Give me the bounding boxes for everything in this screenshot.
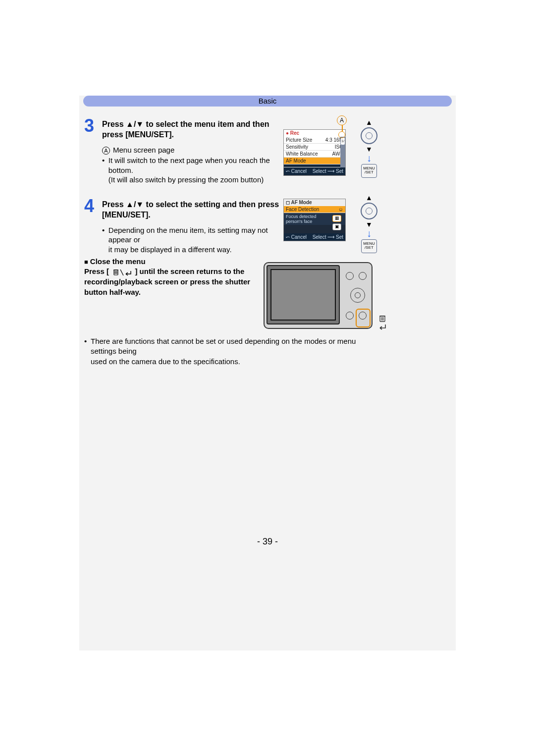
- close-line1-b: ] until the screen returns to the: [135, 267, 244, 275]
- menu1-footer-right: Select ⟶ Set: [313, 168, 343, 174]
- nav-down-icon: ▼: [356, 145, 382, 153]
- section-header-bar: Basic: [83, 96, 452, 107]
- step-4-number: 4: [84, 196, 94, 216]
- option-spot-af-icon: ▣: [332, 223, 341, 230]
- nav-ring-inner: [366, 208, 373, 215]
- menu1-row-1: SensitivityISO: [284, 144, 345, 151]
- menu2-option-icons: ▦ ▣: [332, 215, 343, 230]
- close-heading: ■Close the menu: [84, 257, 263, 267]
- trash-icon: [377, 314, 387, 324]
- bullet-dot: •: [84, 336, 91, 367]
- step-4-body: Press ▲/▼ to select the setting and then…: [102, 200, 285, 254]
- camera-body-diagram: [264, 262, 373, 329]
- menu1-row1-label: Sensitivity: [286, 144, 308, 150]
- circled-a-icon: A: [102, 147, 110, 155]
- menu1-header: ● Rec: [284, 130, 345, 137]
- step-3-title: Press ▲/▼ to select the menu item and th…: [102, 119, 280, 140]
- step-4-bullet: • Depending on the menu item, its settin…: [102, 225, 285, 255]
- step-4-bullet-text: Depending on the menu item, its setting …: [108, 225, 285, 255]
- menu1-footer-left: Cancel: [291, 168, 307, 174]
- menu-screenshot-afmode: ◻ AF Mode Face Detection☺ Focus detected…: [283, 199, 346, 241]
- page-background: Basic 3 Press ▲/▼ to select the menu ite…: [79, 96, 456, 650]
- callout-a-circle: A: [337, 115, 347, 125]
- arrow-down-blue-icon: ↓: [356, 228, 382, 238]
- callout-a-target: [338, 131, 345, 138]
- menu1-scrollbar: 1/: [340, 137, 345, 167]
- up-down-arrows-icon: ▲/▼: [126, 120, 144, 128]
- face-detect-icon: ☺: [338, 207, 343, 212]
- menu1-row-2: White BalanceAWB: [284, 151, 345, 158]
- navpad-diagram-2: ▲ ▼ ↓ MENU/SET: [356, 194, 382, 254]
- step-3-bullet: • It will switch to the next page when y…: [102, 156, 280, 185]
- menu1-row-0: Picture Size4:3 16M: [284, 137, 345, 144]
- menu-screenshot-rec: ● Rec Picture Size4:3 16M SensitivityISO…: [283, 129, 346, 176]
- menu2-footer-left: Cancel: [291, 234, 307, 240]
- step-3-bullet-line1: It will switch to the next page when you…: [108, 156, 270, 174]
- step-3-title-a: Press: [102, 120, 126, 128]
- camera-button-bot1: [346, 312, 354, 320]
- step-4-details: • Depending on the menu item, its settin…: [102, 225, 285, 255]
- annotation-a-line: AMenu screen page: [102, 145, 280, 155]
- note-bullet: • There are functions that cannot be set…: [84, 336, 381, 367]
- menu2-desc-l1: Focus detected: [286, 214, 317, 219]
- menu2-header: ◻ AF Mode: [284, 199, 345, 206]
- page-number: - 39 -: [79, 537, 456, 547]
- step-4-title: Press ▲/▼ to select the setting and then…: [102, 200, 285, 220]
- close-line1: Press [ ] until the screen returns to th…: [84, 267, 263, 277]
- menu1-scroll-thumb: 1/: [341, 138, 345, 145]
- camera-button-top1: [346, 272, 354, 280]
- menu2-row-selected: Face Detection☺: [284, 206, 345, 213]
- close-line1-a: Press [: [84, 267, 109, 275]
- camera-highlight-box: [356, 309, 371, 327]
- camera-lcd-screen: [267, 265, 340, 324]
- square-bullet-icon: ■: [84, 258, 88, 266]
- step-3-body: Press ▲/▼ to select the menu item and th…: [102, 119, 280, 185]
- option-multi-af-icon: ▦: [332, 215, 341, 222]
- nav-down-icon: ▼: [356, 220, 382, 228]
- up-down-arrows-icon: ▲/▼: [126, 200, 144, 209]
- section-header-title: Basic: [259, 97, 277, 105]
- annotation-a-text: Menu screen page: [113, 146, 174, 154]
- menu2-sub1: Face Detection: [286, 207, 319, 212]
- arrow-down-blue-icon: ↓: [356, 153, 382, 163]
- nav-ring-icon: [361, 127, 377, 144]
- menu1-footer: ⤺ CancelSelect ⟶ Set: [284, 167, 345, 175]
- menuset-l2: /SET: [365, 170, 374, 174]
- note-text: There are functions that cannot be set o…: [91, 336, 381, 367]
- step-3-number: 3: [84, 115, 94, 136]
- bullet-dot: •: [102, 225, 108, 255]
- note-block: • There are functions that cannot be set…: [84, 335, 381, 367]
- step-3-bullet-line2: (It will also switch by pressing the zoo…: [108, 175, 264, 184]
- menu1-row3-label: AF Mode: [286, 158, 306, 163]
- menu-set-button-icon: MENU/SET: [361, 164, 377, 178]
- trash-return-icon: [111, 267, 133, 277]
- bullet-dot: •: [102, 156, 108, 185]
- step-4-bullet-line1: Depending on the menu item, its setting …: [108, 226, 268, 244]
- menu1-row2-label: White Balance: [286, 151, 318, 157]
- menu1-row-3-selected: AF Mode□: [284, 158, 345, 164]
- note-line2: used on the camera due to the specificat…: [91, 357, 240, 366]
- step-4-title-a: Press: [102, 200, 126, 209]
- menu1-row0-label: Picture Size: [286, 137, 312, 143]
- menu2-footer-right: Select ⟶ Set: [313, 234, 343, 240]
- close-line2: recording/playback screen or press the s…: [84, 277, 263, 287]
- step-4-bullet-line2: it may be displayed in a different way.: [108, 245, 232, 254]
- menu1-header-text: Rec: [290, 130, 299, 136]
- nav-up-icon: ▲: [356, 194, 382, 202]
- nav-ring-inner: [366, 132, 373, 139]
- close-heading-text: Close the menu: [90, 257, 146, 266]
- camera-button-top2: [359, 272, 367, 280]
- navpad-diagram-1: ▲ ▼ ↓ MENU/SET: [356, 118, 382, 179]
- step-3-bullet-text: It will switch to the next page when you…: [108, 156, 280, 185]
- menu2-footer: ⤺ CancelSelect ⟶ Set: [284, 233, 345, 241]
- close-menu-block: ■Close the menu Press [ ] until the scre…: [84, 257, 263, 297]
- close-line3: button half-way.: [84, 287, 263, 297]
- svg-line-5: [120, 270, 123, 275]
- menu2-header-text: AF Mode: [291, 200, 312, 205]
- menu-set-button-icon: MENU/SET: [361, 239, 377, 253]
- camera-lcd-inner: [270, 269, 336, 321]
- menuset-l2: /SET: [365, 245, 374, 250]
- note-line1: There are functions that cannot be set o…: [91, 337, 356, 355]
- camera-dpad-center: [355, 292, 361, 298]
- nav-ring-icon: [361, 203, 377, 219]
